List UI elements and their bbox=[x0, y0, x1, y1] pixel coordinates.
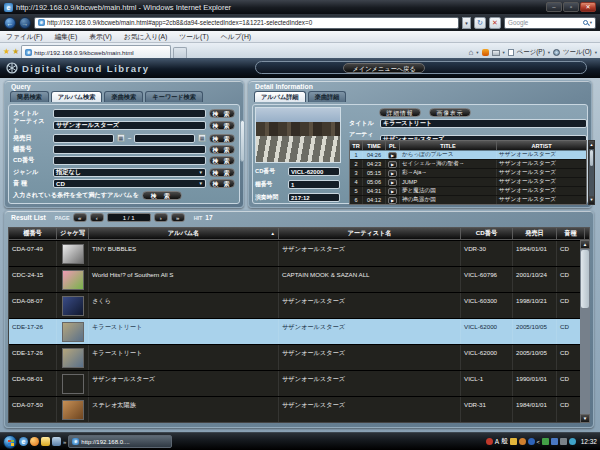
result-row[interactable]: CDE-17-26キラーストリートサザンオールスターズVICL-62000200… bbox=[9, 318, 589, 344]
menu-favorites[interactable]: お気に入り(A) bbox=[118, 32, 174, 42]
play-button[interactable]: ▶ bbox=[388, 179, 397, 186]
artist-input[interactable]: サザンオールスターズ bbox=[53, 121, 206, 130]
menu-view[interactable]: 表示(V) bbox=[83, 32, 118, 42]
tab-album-search[interactable]: アルバム検索 bbox=[51, 91, 103, 102]
calendar-icon[interactable]: ▦ bbox=[198, 134, 206, 142]
page-menu[interactable]: ページ(P) bbox=[517, 48, 545, 57]
firefox-quicklaunch-icon[interactable] bbox=[30, 437, 39, 446]
maximize-button[interactable]: ▫ bbox=[563, 2, 579, 12]
print-dropdown-icon[interactable]: ▾ bbox=[503, 50, 505, 55]
track-row[interactable]: 204:23▶セイシェル～海の聖者～サザンオールスターズ bbox=[350, 159, 586, 168]
menu-help[interactable]: ヘルプ(H) bbox=[215, 32, 257, 42]
refresh-button[interactable]: ↻ bbox=[474, 17, 486, 29]
tab-keyword-search[interactable]: キーワード検索 bbox=[145, 91, 203, 102]
search-dropdown-icon[interactable]: ▾ bbox=[590, 20, 592, 25]
scroll-up-icon[interactable]: ▲ bbox=[589, 141, 594, 149]
shelf-input[interactable] bbox=[53, 145, 206, 154]
track-row[interactable]: 305:15▶彩～Aja～サザンオールスターズ bbox=[350, 168, 586, 177]
col-media[interactable]: 音種 bbox=[557, 228, 585, 239]
close-button[interactable]: ✕ bbox=[580, 2, 596, 12]
tray-volume-icon[interactable] bbox=[560, 438, 567, 445]
last-page-button[interactable]: » bbox=[171, 213, 185, 222]
scroll-down-icon[interactable]: ▼ bbox=[589, 196, 594, 204]
play-button[interactable]: ▶ bbox=[388, 197, 397, 204]
scroll-up-icon[interactable]: ▲ bbox=[580, 240, 590, 249]
address-input[interactable]: e http://192.168.0.9/kbcweb/main.html#ap… bbox=[34, 17, 459, 29]
mail-quicklaunch-icon[interactable] bbox=[41, 437, 50, 446]
release-to-input[interactable] bbox=[134, 134, 195, 143]
search-icon[interactable] bbox=[583, 20, 588, 25]
play-button[interactable]: ▶ bbox=[388, 188, 397, 195]
result-row[interactable]: CDE-17-26キラーストリートサザンオールスターズVICL-62000200… bbox=[9, 344, 589, 370]
scroll-thumb[interactable] bbox=[581, 250, 589, 308]
tray-app-icon[interactable] bbox=[542, 438, 549, 445]
add-favorite-icon[interactable]: ★ bbox=[12, 45, 19, 58]
tab-song-search[interactable]: 楽曲検索 bbox=[104, 91, 143, 102]
tab-album-detail[interactable]: アルバム詳細 bbox=[254, 91, 306, 102]
new-tab-button[interactable] bbox=[173, 47, 187, 58]
search-genre-button[interactable]: 検 索 bbox=[209, 168, 235, 177]
browser-tab[interactable]: e http://192.168.0.9/kbcweb/main.html bbox=[21, 45, 171, 58]
prev-page-button[interactable]: ‹ bbox=[90, 213, 104, 222]
tray-collapse-icon[interactable]: < bbox=[537, 439, 540, 445]
minimize-button[interactable]: – bbox=[546, 2, 562, 12]
search-media-button[interactable]: 検 索 bbox=[209, 179, 235, 188]
result-row[interactable]: CDA-07-49TINY BUBBLESサザンオールスターズVDR-30198… bbox=[9, 240, 589, 266]
result-row[interactable]: CDC-24-15World Hits!? of Southern All SC… bbox=[9, 266, 589, 292]
home-dropdown-icon[interactable]: ▾ bbox=[476, 50, 478, 55]
track-row[interactable]: 604:12▶神の島遥か国サザンオールスターズ bbox=[350, 195, 586, 204]
track-row[interactable]: 405:06▶JUMPサザンオールスターズ bbox=[350, 177, 586, 186]
media-select[interactable]: CD ▼ bbox=[53, 179, 206, 188]
search-all-button[interactable]: 検 索 bbox=[142, 191, 182, 200]
result-row[interactable]: CDA-07-50ステレオ太陽族サザンオールスターズVDR-311984/01/… bbox=[9, 396, 589, 422]
col-jacket[interactable]: ジャケ写 bbox=[57, 228, 89, 239]
detail-info-button[interactable]: 詳細情報 bbox=[379, 108, 421, 117]
track-row[interactable]: 104:26▶からっぽのブルースサザンオールスターズ bbox=[350, 150, 586, 159]
result-scrollbar[interactable]: ▲ ▼ bbox=[580, 240, 590, 423]
search-artist-button[interactable]: 検 索 bbox=[209, 121, 235, 130]
tab-simple-search[interactable]: 簡易検索 bbox=[10, 91, 49, 102]
image-display-button[interactable]: 画像表示 bbox=[429, 108, 471, 117]
favorites-center-icon[interactable]: ★ bbox=[3, 45, 10, 58]
tray-security-icon[interactable] bbox=[569, 438, 576, 445]
calendar-icon[interactable]: ▦ bbox=[117, 134, 125, 142]
menu-edit[interactable]: 編集(E) bbox=[49, 32, 84, 42]
search-cd-button[interactable]: 検 索 bbox=[209, 156, 235, 165]
address-dropdown[interactable]: ▾ bbox=[462, 17, 471, 29]
ime-mode-indicator[interactable]: 般 bbox=[501, 437, 508, 446]
main-menu-button[interactable]: メインメニューへ戻る bbox=[343, 63, 425, 73]
stop-button[interactable]: ✕ bbox=[489, 17, 501, 29]
cd-number-input[interactable] bbox=[53, 156, 206, 165]
col-artist[interactable]: アーティスト名 bbox=[279, 228, 461, 239]
scroll-down-icon[interactable]: ▼ bbox=[580, 414, 590, 423]
tools-menu[interactable]: ツール(O) bbox=[563, 48, 592, 57]
tray-network-icon[interactable] bbox=[551, 438, 558, 445]
forward-button[interactable]: → bbox=[19, 17, 31, 29]
result-row[interactable]: CDA-08-01サザンオールスターズサザンオールスターズVICL-11990/… bbox=[9, 370, 589, 396]
tray-cd-icon[interactable] bbox=[519, 438, 526, 445]
ie-quicklaunch-icon[interactable]: e bbox=[19, 437, 28, 446]
print-icon[interactable] bbox=[492, 50, 500, 56]
col-album[interactable]: アルバム名▲ bbox=[89, 228, 279, 239]
search-input[interactable]: Google ▾ bbox=[504, 17, 596, 29]
play-button[interactable]: ▶ bbox=[388, 170, 397, 177]
home-icon[interactable]: ⌂ bbox=[468, 48, 473, 57]
tray-tool-icon[interactable] bbox=[510, 438, 517, 445]
play-button[interactable]: ▶ bbox=[388, 152, 397, 159]
quicklaunch-overflow-icon[interactable]: » bbox=[63, 439, 66, 445]
search-shelf-button[interactable]: 検 索 bbox=[209, 145, 235, 154]
play-button[interactable]: ▶ bbox=[388, 161, 397, 168]
back-button[interactable]: ← bbox=[4, 17, 16, 29]
feed-icon[interactable] bbox=[482, 49, 489, 56]
show-desktop-icon[interactable] bbox=[52, 437, 61, 446]
release-from-input[interactable] bbox=[53, 134, 114, 143]
start-button[interactable] bbox=[3, 435, 17, 449]
tools-dropdown-icon[interactable]: ▾ bbox=[595, 50, 597, 55]
title-input[interactable] bbox=[53, 109, 206, 118]
col-shelf[interactable]: 棚番号 bbox=[9, 228, 57, 239]
tray-alert-icon[interactable] bbox=[486, 438, 493, 445]
taskbar-window-button[interactable]: e http://192.168.0.... bbox=[68, 435, 172, 448]
col-cd[interactable]: CD番号 bbox=[461, 228, 513, 239]
col-date[interactable]: 発売日 bbox=[513, 228, 557, 239]
genre-select[interactable]: 指定なし ▼ bbox=[53, 168, 206, 177]
